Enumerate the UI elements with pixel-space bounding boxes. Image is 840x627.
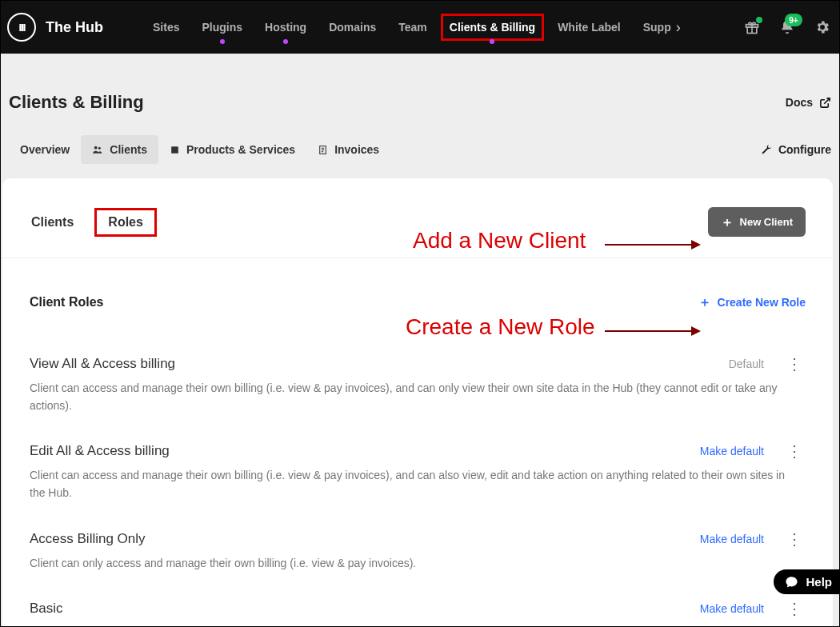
nav-hosting[interactable]: Hosting [254, 1, 318, 54]
make-default-link[interactable]: Make default [700, 602, 764, 615]
badge-dot [756, 17, 762, 23]
topbar-actions: 9+ [743, 18, 831, 36]
people-icon [92, 144, 103, 155]
nav-plugins[interactable]: Plugins [190, 1, 254, 54]
role-title: Edit All & Access billing [30, 443, 170, 459]
page-header: Clients & Billing Docs [1, 54, 839, 135]
role-title: Access Billing Only [30, 531, 146, 547]
highlight-box: Clients & Billing [441, 14, 544, 41]
new-client-button[interactable]: ＋ New Client [708, 207, 806, 237]
role-item: View All & Access billing Default ⋮ Clie… [30, 341, 806, 429]
invoice-icon [318, 145, 328, 155]
chat-icon [785, 575, 798, 589]
section-title: Client Roles [30, 295, 103, 310]
roles-list: View All & Access billing Default ⋮ Clie… [2, 317, 833, 627]
nav-sites[interactable]: Sites [142, 1, 190, 54]
role-title: Basic [30, 601, 63, 617]
svg-line-3 [824, 98, 830, 103]
role-description: Client can access and manage their own b… [30, 467, 798, 501]
role-description: Client can access and manage their own b… [30, 380, 798, 414]
nav-team[interactable]: Team [387, 1, 438, 54]
indicator-dot [490, 39, 494, 44]
subtab-invoices[interactable]: Invoices [306, 135, 390, 164]
inner-tab-roles[interactable]: Roles [94, 208, 157, 237]
box-icon [170, 145, 180, 155]
gear-icon[interactable] [814, 18, 831, 36]
nav-clients-billing[interactable]: Clients & Billing [438, 1, 546, 54]
make-default-link[interactable]: Make default [700, 445, 764, 457]
wrench-icon [760, 144, 772, 156]
brand-block[interactable]: ııı The Hub [7, 13, 103, 42]
section-header: Client Roles ＋ Create New Role [2, 258, 833, 317]
docs-link[interactable]: Docs [786, 96, 831, 109]
svg-rect-6 [171, 146, 178, 154]
help-button[interactable]: Help [774, 569, 840, 594]
subtab-products[interactable]: Products & Services [158, 135, 306, 164]
bell-icon[interactable]: 9+ [778, 18, 796, 36]
indicator-dot [220, 39, 225, 44]
nav-domains[interactable]: Domains [318, 1, 387, 54]
inner-tab-clients[interactable]: Clients [30, 210, 75, 234]
indicator-dot [283, 39, 288, 44]
card-header: Clients Roles ＋ New Client [2, 178, 833, 258]
svg-point-4 [94, 146, 98, 150]
nav-support[interactable]: Supp [632, 1, 682, 54]
svg-point-5 [98, 147, 101, 150]
main-card: Clients Roles ＋ New Client Client Roles … [2, 178, 833, 627]
gift-icon[interactable] [743, 18, 761, 36]
configure-link[interactable]: Configure [760, 143, 831, 156]
role-item: Edit All & Access billing Make default ⋮… [30, 429, 806, 516]
logo-icon: ııı [7, 13, 36, 42]
top-nav: Sites Plugins Hosting Domains Team Clien… [142, 1, 681, 54]
subtab-overview[interactable]: Overview [9, 135, 81, 164]
role-item: Basic Make default ⋮ [30, 586, 806, 627]
role-description: Client can only access and manage their … [30, 555, 798, 573]
brand-name: The Hub [46, 19, 103, 36]
make-default-link[interactable]: Make default [700, 533, 764, 545]
role-item: Access Billing Only Make default ⋮ Clien… [30, 517, 806, 587]
subtab-clients[interactable]: Clients [81, 135, 158, 164]
nav-white-label[interactable]: White Label [546, 1, 632, 54]
inner-tabs: Clients Roles [30, 208, 157, 237]
notification-count: 9+ [785, 14, 802, 26]
default-badge: Default [729, 357, 764, 370]
role-title: View All & Access billing [30, 356, 175, 372]
page-title: Clients & Billing [9, 92, 144, 113]
topbar: ııı The Hub Sites Plugins Hosting Domain… [1, 1, 839, 54]
create-role-link[interactable]: ＋ Create New Role [698, 296, 806, 309]
external-link-icon [819, 97, 831, 109]
sub-tabs: Overview Clients Products & Services Inv… [1, 135, 839, 178]
